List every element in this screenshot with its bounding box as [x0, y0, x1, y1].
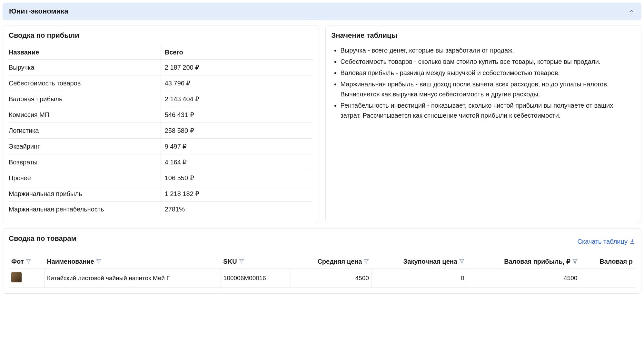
- col-header-name: Название: [9, 45, 161, 60]
- product-sku-cell: 100006M00016: [221, 269, 290, 288]
- profit-row-name: Маржинальная прибыль: [9, 186, 161, 202]
- profit-row-name: Выручка: [9, 60, 161, 75]
- profit-row-total: 2 187 200 ₽: [161, 60, 312, 75]
- download-table-link[interactable]: Скачать таблицу: [578, 238, 635, 245]
- unit-economics-header[interactable]: Юнит-экономика: [3, 3, 641, 20]
- profit-row: Выручка2 187 200 ₽: [9, 60, 313, 75]
- profit-row: Маржинальная рентабельность2781%: [9, 202, 313, 217]
- profit-summary-card: Сводка по прибыли Название Всего Выручка…: [3, 25, 319, 223]
- col-header-avg-price[interactable]: Средняя цена: [290, 254, 372, 269]
- svg-marker-2: [239, 259, 243, 263]
- product-avg-price-cell: 4500: [290, 269, 372, 288]
- profit-row-total: 106 550 ₽: [161, 170, 312, 186]
- profit-row: Возвраты4 164 ₽: [9, 154, 313, 170]
- profit-row-name: Себестоимость товаров: [9, 75, 161, 91]
- description-item: Маржинальная прибыль - ваш доход после в…: [341, 79, 636, 99]
- description-item: Валовая прибыль - разница между выручкой…: [341, 68, 636, 78]
- profit-row: Эквайринг9 497 ₽: [9, 139, 313, 154]
- filter-icon: [572, 259, 578, 264]
- description-item: Себестоимость товаров - сколько вам стои…: [341, 57, 636, 67]
- profit-row-total: 546 431 ₽: [161, 107, 312, 123]
- filter-icon: [96, 259, 101, 264]
- products-summary-card: Сводка по товарам Скачать таблицу Фот: [3, 228, 641, 294]
- profit-row-total: 4 164 ₽: [161, 154, 312, 170]
- filter-icon: [459, 259, 464, 264]
- chevron-up-icon: [629, 8, 635, 15]
- profit-row-total: 9 497 ₽: [161, 139, 312, 154]
- profit-row-name: Маржинальная рентабельность: [9, 202, 161, 217]
- filter-icon: [364, 259, 369, 264]
- download-icon: [629, 239, 635, 244]
- svg-marker-1: [96, 259, 101, 263]
- section-title: Юнит-экономика: [9, 7, 68, 15]
- download-table-label: Скачать таблицу: [578, 238, 628, 245]
- products-summary-title: Сводка по товарам: [9, 234, 76, 243]
- descriptions-title: Значение таблицы: [332, 31, 636, 40]
- product-photo-cell: [9, 269, 44, 288]
- col-header-sku[interactable]: SKU: [221, 254, 290, 269]
- profit-row-name: Возвраты: [9, 154, 161, 170]
- product-gross-profit-pct-cell: [580, 269, 635, 288]
- profit-row-total: 1 218 182 ₽: [161, 186, 312, 202]
- profit-row: Валовая прибыль2 143 404 ₽: [9, 91, 313, 107]
- profit-row-total: 258 580 ₽: [161, 123, 312, 139]
- profit-row: Себестоимость товаров43 796 ₽: [9, 75, 313, 91]
- profit-row-name: Эквайринг: [9, 139, 161, 154]
- descriptions-card: Значение таблицы Выручка - всего денег, …: [325, 25, 642, 223]
- product-thumbnail: [11, 272, 22, 282]
- profit-row: Комиссия МП546 431 ₽: [9, 107, 313, 123]
- description-item: Рентабельность инвестиций - показывает, …: [341, 101, 636, 121]
- product-name-cell: Китайский листовой чайный напиток Мей Г: [44, 269, 221, 288]
- col-header-total: Всего: [161, 45, 312, 60]
- col-header-gross-profit-rub[interactable]: Валовая прибыль, ₽: [467, 254, 580, 269]
- col-header-photo[interactable]: Фот: [9, 254, 44, 269]
- products-table: Фот Наименование SKU: [9, 254, 635, 288]
- profit-row-total: 43 796 ₽: [161, 75, 312, 91]
- profit-row-name: Логистика: [9, 123, 161, 139]
- svg-marker-5: [573, 259, 577, 263]
- product-row: Китайский листовой чайный напиток Мей Г1…: [9, 269, 635, 288]
- product-gross-profit-cell: 4500: [467, 269, 580, 288]
- description-item: Выручка - всего денег, которые вы зарабо…: [341, 45, 636, 55]
- product-purchase-price-cell: 0: [372, 269, 467, 288]
- profit-row-name: Прочее: [9, 170, 161, 186]
- svg-marker-0: [26, 259, 30, 263]
- svg-marker-3: [364, 259, 369, 263]
- profit-row-name: Валовая прибыль: [9, 91, 161, 107]
- profit-summary-table: Название Всего Выручка2 187 200 ₽Себесто…: [9, 45, 313, 217]
- profit-row: Логистика258 580 ₽: [9, 123, 313, 139]
- profit-row-total: 2 143 404 ₽: [161, 91, 312, 107]
- filter-icon: [239, 259, 244, 264]
- col-header-purchase-price[interactable]: Закупочная цена: [372, 254, 467, 269]
- profit-row: Прочее106 550 ₽: [9, 170, 313, 186]
- descriptions-list: Выручка - всего денег, которые вы зарабо…: [332, 45, 636, 121]
- col-header-name[interactable]: Наименование: [44, 254, 221, 269]
- svg-marker-4: [460, 259, 464, 263]
- profit-summary-title: Сводка по прибыли: [9, 31, 313, 40]
- profit-row: Маржинальная прибыль1 218 182 ₽: [9, 186, 313, 202]
- profit-row-total: 2781%: [161, 202, 312, 217]
- profit-row-name: Комиссия МП: [9, 107, 161, 123]
- filter-icon: [26, 259, 31, 264]
- col-header-gross-profit-pct[interactable]: Валовая р: [580, 254, 635, 269]
